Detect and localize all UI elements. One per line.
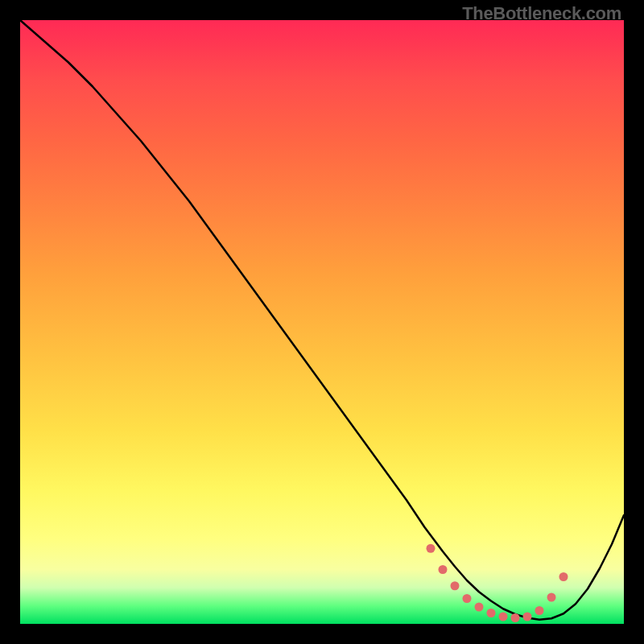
bottleneck-chart: [20, 20, 624, 624]
optimal-marker-dot: [523, 613, 532, 621]
optimal-marker-dot: [487, 609, 496, 617]
optimal-marker-dot: [463, 594, 472, 603]
optimal-marker-dot: [547, 593, 556, 602]
optimal-marker-dot: [439, 565, 448, 574]
optimal-marker-dot: [511, 613, 520, 622]
chart-overlay-svg: [20, 20, 624, 624]
optimal-marker-dot: [559, 572, 568, 581]
optimal-marker-dot: [427, 544, 436, 553]
watermark-text: TheBottleneck.com: [462, 3, 621, 24]
optimal-marker-dot: [475, 603, 484, 612]
optimal-marker-dot: [499, 613, 508, 621]
optimal-marker-dot: [535, 606, 544, 615]
optimal-marker-dot: [451, 581, 460, 590]
curve-line: [20, 20, 624, 620]
